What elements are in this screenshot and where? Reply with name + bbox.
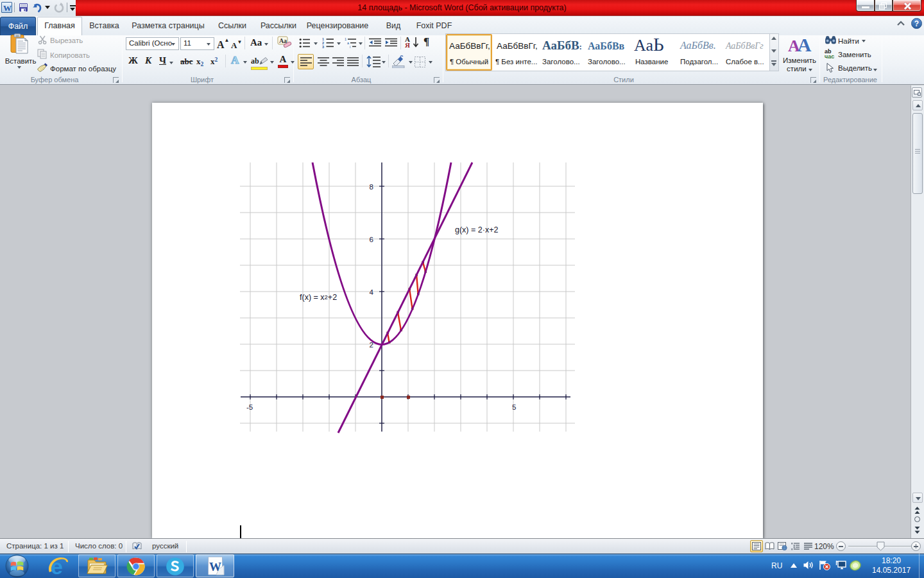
svg-text:g(x) = 2·x+2: g(x) = 2·x+2 (455, 225, 498, 234)
svg-text:8: 8 (370, 183, 373, 191)
svg-text:i: i (350, 45, 350, 49)
svg-text:Аа: Аа (279, 37, 287, 44)
svg-text:f(x) = x2+2: f(x) = x2+2 (300, 293, 337, 302)
svg-text:6: 6 (370, 236, 373, 243)
svg-text:1: 1 (345, 37, 346, 41)
svg-text:W: W (209, 560, 221, 574)
svg-text:-5: -5 (246, 403, 253, 411)
svg-text:5: 5 (512, 403, 516, 411)
svg-text:4: 4 (370, 288, 374, 296)
svg-text:3: 3 (322, 45, 324, 49)
